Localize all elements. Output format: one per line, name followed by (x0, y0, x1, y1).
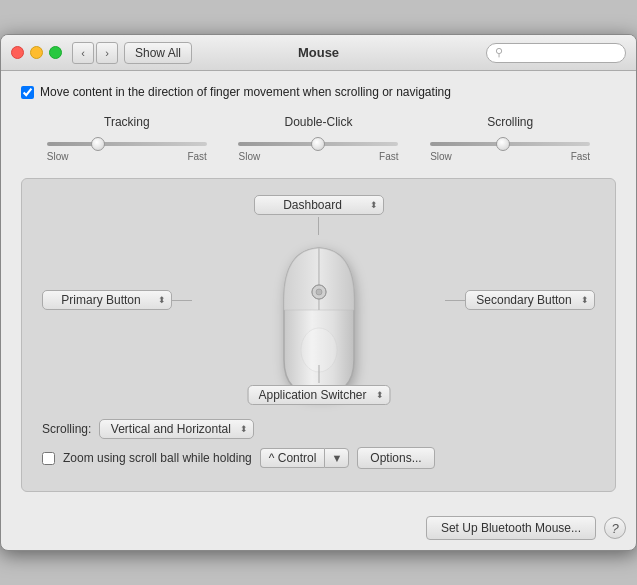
scrolling-minmax: Slow Fast (430, 151, 590, 162)
bluetooth-mouse-button[interactable]: Set Up Bluetooth Mouse... (426, 516, 596, 540)
mouse-preferences-window: ‹ › Show All Mouse ⚲ Move content in the… (0, 34, 637, 551)
show-all-button[interactable]: Show All (124, 42, 192, 64)
right-dropdown-wrap: Secondary Button Primary Button None (445, 290, 595, 310)
doubleclick-slider-wrap (238, 135, 398, 149)
scrolling-direction-row: Scrolling: Vertical and Horizontal Verti… (42, 419, 595, 439)
scrolling-slider-group: Scrolling Slow Fast (430, 115, 590, 162)
tracking-fast: Fast (187, 151, 206, 162)
bottom-vert-line (318, 365, 319, 383)
doubleclick-minmax: Slow Fast (238, 151, 398, 162)
minimize-button[interactable] (30, 46, 43, 59)
forward-button[interactable]: › (96, 42, 118, 64)
close-button[interactable] (11, 46, 24, 59)
scrolling-slider[interactable] (430, 142, 590, 146)
primary-button-select-wrapper[interactable]: Primary Button Secondary Button None (42, 290, 172, 310)
sliders-section: Tracking Slow Fast Double-Click Slow Fas… (21, 115, 616, 162)
doubleclick-slider[interactable] (238, 142, 398, 146)
tracking-minmax: Slow Fast (47, 151, 207, 162)
svg-point-3 (316, 289, 322, 295)
control-key-label: ^ Control (260, 448, 325, 468)
zoom-checkbox[interactable] (42, 452, 55, 465)
top-dropdown-wrap: Dashboard Exposé Mission Control Launchp… (254, 195, 384, 235)
title-bar: ‹ › Show All Mouse ⚲ (1, 35, 636, 71)
tracking-slider-group: Tracking Slow Fast (47, 115, 207, 162)
nav-buttons: ‹ › (72, 42, 118, 64)
scrolling-direction-select[interactable]: Vertical and Horizontal Vertical Only (99, 419, 254, 439)
scrolling-slider-label: Scrolling (487, 115, 533, 129)
control-key-dropdown-arrow[interactable]: ▼ (324, 448, 349, 468)
window-title: Mouse (298, 45, 339, 60)
scrolling-slow: Slow (430, 151, 452, 162)
scrolling-fast: Fast (571, 151, 590, 162)
scroll-direction-label: Move content in the direction of finger … (40, 85, 451, 99)
primary-button-select[interactable]: Primary Button Secondary Button None (42, 290, 172, 310)
left-dropdown-wrap: Primary Button Secondary Button None (42, 290, 192, 310)
traffic-lights (11, 46, 62, 59)
right-horiz-line (445, 300, 465, 301)
mouse-diagram-area: Dashboard Exposé Mission Control Launchp… (42, 195, 595, 405)
main-content: Move content in the direction of finger … (1, 71, 636, 506)
left-horiz-line (172, 300, 192, 301)
help-button[interactable]: ? (604, 517, 626, 539)
scroll-direction-row: Move content in the direction of finger … (21, 85, 616, 99)
scrolling-direction-select-wrapper[interactable]: Vertical and Horizontal Vertical Only (99, 419, 254, 439)
back-button[interactable]: ‹ (72, 42, 94, 64)
doubleclick-slider-group: Double-Click Slow Fast (238, 115, 398, 162)
search-input[interactable] (507, 47, 617, 59)
secondary-button-select[interactable]: Secondary Button Primary Button None (465, 290, 595, 310)
doubleclick-slow: Slow (238, 151, 260, 162)
bottom-dropdown-wrap: Application Switcher Exposé Dashboard No… (247, 365, 390, 405)
scrolling-slider-wrap (430, 135, 590, 149)
maximize-button[interactable] (49, 46, 62, 59)
app-switcher-select-wrapper[interactable]: Application Switcher Exposé Dashboard No… (247, 385, 390, 405)
tracking-slider-wrap (47, 135, 207, 149)
tracking-label: Tracking (104, 115, 150, 129)
options-button[interactable]: Options... (357, 447, 434, 469)
search-box[interactable]: ⚲ (486, 43, 626, 63)
dashboard-select-wrapper[interactable]: Dashboard Exposé Mission Control Launchp… (254, 195, 384, 215)
footer: Set Up Bluetooth Mouse... ? (1, 506, 636, 550)
dashboard-select[interactable]: Dashboard Exposé Mission Control Launchp… (254, 195, 384, 215)
search-icon: ⚲ (495, 46, 503, 59)
doubleclick-label: Double-Click (284, 115, 352, 129)
scroll-direction-checkbox[interactable] (21, 86, 34, 99)
mouse-config-panel: Dashboard Exposé Mission Control Launchp… (21, 178, 616, 492)
tracking-slow: Slow (47, 151, 69, 162)
control-key-select-wrap: ^ Control ▼ (260, 448, 350, 468)
doubleclick-fast: Fast (379, 151, 398, 162)
secondary-button-select-wrapper[interactable]: Secondary Button Primary Button None (465, 290, 595, 310)
zoom-row: Zoom using scroll ball while holding ^ C… (42, 447, 595, 469)
zoom-label: Zoom using scroll ball while holding (63, 451, 252, 465)
top-vert-line (318, 217, 319, 235)
scrolling-direction-label: Scrolling: (42, 422, 91, 436)
tracking-slider[interactable] (47, 142, 207, 146)
app-switcher-select[interactable]: Application Switcher Exposé Dashboard No… (247, 385, 390, 405)
